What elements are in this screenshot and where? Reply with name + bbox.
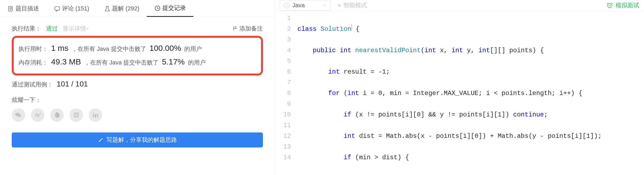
right-panel: i Java 智能模式 模拟面试 1234567891011121314 cla… [275,0,644,175]
tab-label: 题目描述 [16,5,39,13]
history-icon [154,5,160,11]
flag-icon [232,26,238,31]
runtime-line: 执行用时： 1 ms ，在所有 Java 提交中击败了 100.00% 的用户 [17,41,257,55]
tab-comments[interactable]: 评论 (151) [47,0,97,17]
smart-mode-toggle[interactable]: 智能模式 [338,1,367,9]
runtime-percent: 100.00% [150,44,181,53]
test-cases-value: 101 / 101 [57,80,88,88]
mock-interview-button[interactable]: 模拟面试 [607,1,639,9]
result-header: 执行结果： 通过 显示详情› 添加备注 [12,25,263,33]
write-solution-button[interactable]: 写题解，分享我的解题思路 [12,132,263,147]
douban-icon[interactable] [70,108,83,122]
editor-header: i Java 智能模式 模拟面试 [275,0,644,11]
flask-icon [104,6,110,12]
qq-icon[interactable] [50,108,64,122]
pencil-icon [98,137,104,143]
svg-rect-9 [74,117,78,117]
svg-point-11 [93,113,94,114]
weibo-icon[interactable] [31,108,44,122]
tab-label: 提交记录 [162,4,186,12]
memory-line: 内存消耗： 49.3 MB ，在所有 Java 提交中击败了 5.17% 的用户 [17,55,257,69]
show-details-link[interactable]: 显示详情› [63,25,89,33]
result-status: 通过 [46,25,58,33]
doc-icon [7,6,13,12]
status-dot-icon [338,4,341,7]
code-editor[interactable]: 1234567891011121314 class Solution { pub… [275,11,644,175]
result-label: 执行结果： [12,25,41,33]
tabs-bar: 题目描述 评论 (151) 题解 (292) 提交记录 [0,0,275,17]
runtime-value: 1 ms [51,44,68,53]
line-gutter: 1234567891011121314 [275,11,295,175]
svg-rect-10 [93,114,94,117]
code-content[interactable]: class Solution { public int nearestValid… [295,11,644,175]
language-label: Java [292,2,305,9]
add-note-button[interactable]: 添加备注 [232,25,263,33]
chevron-down-icon [322,3,327,7]
memory-percent: 5.17% [162,57,185,66]
stats-highlight-box: 执行用时： 1 ms ，在所有 Java 提交中击败了 100.00% 的用户 … [12,36,263,75]
language-select[interactable]: i Java [280,0,331,11]
left-panel: 题目描述 评论 (151) 题解 (292) 提交记录 执行结果： 通过 显示详… [0,0,275,175]
tab-description[interactable]: 题目描述 [0,0,47,17]
tab-label: 评论 (151) [62,5,89,13]
submission-result: 执行结果： 通过 显示详情› 添加备注 执行用时： 1 ms ，在所有 Java… [0,17,275,175]
wechat-icon[interactable] [12,108,25,122]
tab-label: 题解 (292) [112,5,139,13]
memory-value: 49.3 MB [51,57,81,66]
social-icons [12,108,263,122]
svg-rect-8 [74,114,78,116]
info-icon: i [284,2,290,8]
tab-solutions[interactable]: 题解 (292) [97,0,147,17]
test-cases-row: 通过测试用例： 101 / 101 [12,80,263,89]
comment-icon [54,6,60,12]
linkedin-icon[interactable] [89,108,102,122]
share-label: 炫耀一下： [12,96,263,104]
alarm-icon [607,2,613,9]
tab-submissions[interactable]: 提交记录 [147,0,193,17]
svg-rect-4 [55,7,60,10]
svg-rect-7 [74,113,78,113]
